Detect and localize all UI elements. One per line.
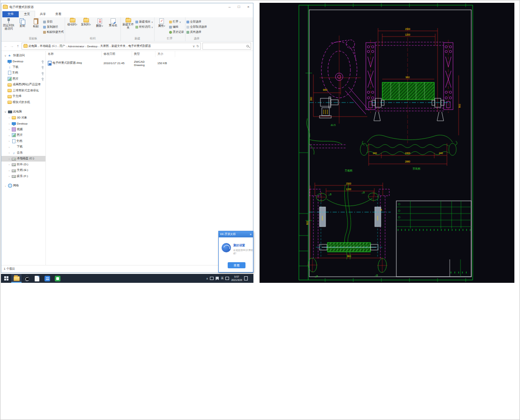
taskbar-sheets-app[interactable]	[52, 274, 63, 283]
popup-title-bar[interactable]: KK-开屏大师 ×	[219, 231, 253, 237]
minimize-button[interactable]: –	[225, 3, 234, 10]
tab-file[interactable]: 文件	[2, 11, 19, 17]
sidebar-item-downloads-pc[interactable]: ›下载	[1, 144, 45, 150]
address-dropdown-icon[interactable]: ∨	[193, 44, 195, 48]
breadcrumb-segment[interactable]: Administrator	[68, 45, 84, 48]
breadcrumb[interactable]: 此电脑› 本地磁盘 (C:)› 用户› Administrator› Deskt…	[22, 43, 201, 50]
tab-home[interactable]: 主页	[19, 11, 35, 17]
breadcrumb-segment[interactable]: 大赛图	[100, 44, 109, 48]
column-type[interactable]: 类型	[132, 51, 156, 57]
sidebar-item-folder[interactable]: 成果图(网站)产品宣传	[1, 82, 45, 88]
sidebar-item-folder[interactable]: 模块式饮水机	[1, 99, 45, 105]
ime-indicator[interactable]: 英	[221, 276, 223, 280]
move-to-button[interactable]: 移动到∨	[66, 18, 79, 26]
dim-plan-roller: 960	[347, 255, 351, 258]
sidebar-this-pc[interactable]: ∨ 此电脑	[1, 109, 45, 115]
dim-plan-top2: 1200	[346, 188, 351, 191]
sidebar-quick-access[interactable]: ∨ ★ 快速访问	[1, 52, 45, 59]
tab-share[interactable]: 共享	[35, 11, 51, 17]
cut-button[interactable]: 剪切	[43, 20, 64, 24]
copy-path-button[interactable]: 复制路径	[43, 25, 64, 29]
sidebar-item-disk-d[interactable]: ›软件 (D:)	[1, 162, 45, 168]
sidebar-item-local-disk-c[interactable]: ›本地磁盘 (C:)	[1, 156, 45, 162]
sidebar-item-music[interactable]: ›♪音乐	[1, 150, 45, 156]
sidebar-item-disk-f[interactable]: ›娱乐 (F:)	[1, 173, 45, 179]
forward-button[interactable]: →	[9, 44, 14, 48]
sidebar-item-disk-e[interactable]: ›文档 (E:)	[1, 168, 45, 174]
taskbar-file-explorer[interactable]	[11, 274, 22, 283]
app-icon	[3, 5, 8, 9]
start-button[interactable]	[1, 274, 11, 283]
maximize-button[interactable]: □	[234, 3, 244, 10]
sidebar-item-documents[interactable]: 文档	[1, 70, 45, 76]
edit-button[interactable]: 编辑	[169, 25, 184, 29]
sidebar-item-documents-pc[interactable]: ›文档	[1, 138, 45, 144]
sidebar-item-3d-objects[interactable]: ›3D 对象	[1, 115, 45, 121]
column-modified[interactable]: 修改日期	[102, 51, 132, 57]
sidebar-item-videos[interactable]: ›视频	[1, 126, 45, 133]
sidebar-item-folder[interactable]: 学先锋	[1, 94, 45, 100]
easy-access-button[interactable]: 轻松访问∨	[135, 25, 153, 29]
breadcrumb-segment[interactable]: 新建文件夹	[111, 44, 126, 48]
breadcrumb-segment[interactable]: Desktop	[87, 45, 97, 48]
breadcrumb-segment[interactable]: 本地磁盘 (C:)	[40, 44, 57, 48]
taskbar-clock[interactable]: 9:57 2021/3/26	[231, 275, 242, 281]
new-folder-icon	[126, 18, 131, 22]
file-row[interactable]: 电子秤重式割胶器.dwg 2010/1/17 21:45 ZWCAD Drawi…	[46, 60, 253, 66]
pictures-icon	[12, 133, 16, 137]
popup-action-button[interactable]: 查看	[228, 262, 245, 268]
tray-expand-icon[interactable]: ∧	[206, 277, 208, 280]
mark-b: △B	[375, 274, 378, 277]
battery-tray-icon[interactable]	[225, 277, 229, 280]
sidebar-item-pictures-pc[interactable]: ›图片	[1, 133, 45, 139]
title-bar[interactable]: 电子秤重式割胶器 – □ ×	[1, 3, 253, 11]
desktop-icon	[7, 60, 12, 63]
breadcrumb-segment[interactable]: 用户	[59, 44, 65, 48]
refresh-icon[interactable]: ↻	[196, 44, 199, 48]
open-button[interactable]: 打开∨	[169, 20, 184, 24]
paste-shortcut-button[interactable]: 粘贴快捷方式	[43, 30, 64, 34]
sidebar-item-desktop-pc[interactable]: ›Desktop	[1, 121, 45, 127]
back-button[interactable]: ←	[3, 44, 8, 48]
search-box[interactable]	[202, 43, 251, 50]
copy-to-button[interactable]: 复制到∨	[80, 18, 92, 26]
sidebar-item-downloads[interactable]: ↓下载	[1, 64, 45, 70]
app-tray-icon[interactable]	[215, 277, 219, 280]
new-item-icon	[135, 21, 138, 23]
display-tray-icon[interactable]	[210, 277, 214, 280]
popup-close-icon[interactable]: ×	[250, 233, 252, 236]
sidebar-network[interactable]: › 网络	[1, 183, 45, 189]
pin-to-quick-access-button[interactable]: 固定到快速访问	[2, 18, 15, 30]
breadcrumb-segment[interactable]: 电子秤重式割胶器	[128, 44, 151, 48]
pin-icon	[42, 72, 44, 74]
new-item-button[interactable]: 新建项目∨	[135, 20, 153, 24]
documents-icon	[12, 139, 15, 143]
delete-button[interactable]: 删除∨	[93, 18, 106, 28]
column-name[interactable]: 名称	[46, 51, 102, 57]
column-size[interactable]: 大小	[156, 51, 175, 57]
notification-icon[interactable]	[244, 276, 248, 280]
rename-button[interactable]: 重命名	[107, 18, 119, 27]
history-button[interactable]: 历史记录	[169, 30, 184, 34]
sidebar-item-desktop[interactable]: Desktop	[1, 59, 45, 65]
explorer-icon	[14, 276, 20, 281]
properties-button[interactable]: ✓ 属性∨	[156, 18, 168, 28]
new-folder-button[interactable]: 新建文件夹	[122, 18, 134, 29]
breadcrumb-segment[interactable]: 此电脑	[29, 44, 37, 48]
taskbar-media-app[interactable]	[22, 274, 32, 283]
taskbar-notes-app[interactable]	[32, 274, 42, 283]
up-button[interactable]: ↑	[15, 44, 20, 48]
dim-front-top2: 1200	[405, 33, 410, 36]
select-all-button[interactable]: 全部选择	[186, 20, 207, 24]
docs-app-icon	[45, 276, 50, 281]
tab-view[interactable]: 查看	[51, 11, 66, 17]
invert-selection-button[interactable]: 反向选择	[186, 30, 207, 34]
copy-button[interactable]: 复制	[16, 18, 29, 28]
close-button[interactable]: ×	[244, 3, 253, 10]
sidebar-item-pictures[interactable]: 图片	[1, 76, 45, 82]
select-none-button[interactable]: 全部取消选择	[186, 25, 207, 29]
taskbar-docs-app[interactable]	[42, 274, 52, 283]
paste-button[interactable]: 粘贴	[30, 18, 42, 28]
sidebar-item-folder[interactable]: 三维骨架式立体绿化	[1, 88, 45, 94]
search-input[interactable]	[203, 43, 251, 49]
